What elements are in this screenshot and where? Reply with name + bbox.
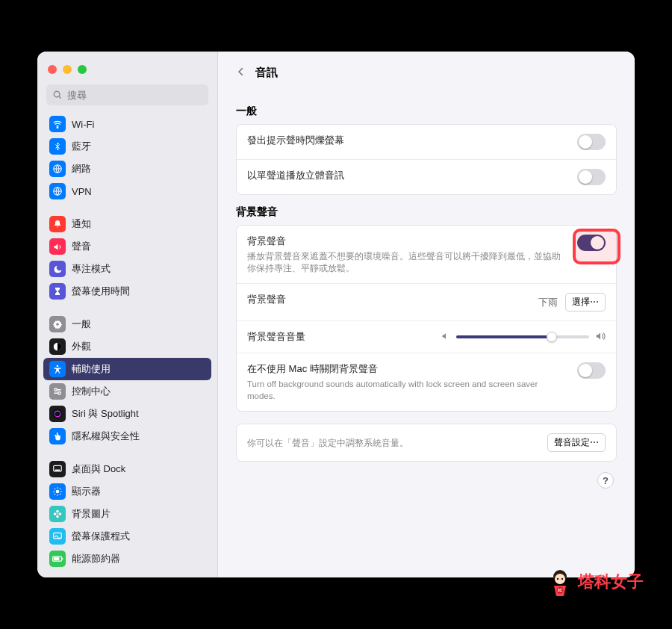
- flash-toggle[interactable]: [577, 134, 606, 150]
- svg-text:3C: 3C: [558, 588, 563, 592]
- sidebar-item-hand[interactable]: 隱私權與安全性: [43, 425, 211, 447]
- contrast-icon: [49, 338, 66, 355]
- gear-icon: [49, 316, 66, 332]
- accessibility-icon: [49, 361, 66, 377]
- sound-settings-button[interactable]: 聲音設定⋯: [547, 433, 606, 452]
- row-bg-lock: 在不使用 Mac 時關閉背景聲音 Turn off background sou…: [237, 353, 616, 411]
- mono-toggle[interactable]: [577, 169, 606, 185]
- sidebar-item-label: 隱私權與安全性: [72, 430, 140, 443]
- volume-low-icon: [441, 332, 450, 342]
- section-bg-title: 背景聲音: [236, 205, 617, 219]
- svg-point-37: [555, 574, 565, 584]
- close-icon[interactable]: [48, 65, 57, 74]
- choose-sound-button[interactable]: 選擇⋯: [565, 293, 606, 312]
- switches-icon: [49, 383, 66, 400]
- bell-icon: [49, 216, 66, 232]
- svg-line-23: [55, 489, 55, 489]
- sidebar-item-bell[interactable]: 通知: [43, 213, 211, 235]
- wifi-icon: [49, 116, 66, 132]
- sidebar-item-accessibility[interactable]: 輔助使用: [43, 358, 211, 380]
- row-mono-audio: 以單聲道播放立體音訊: [237, 159, 616, 194]
- bg-card: 背景聲音 播放背景聲音來遮蓋不想要的環境噪音。這些聲音可以將干擾降到最低，並協助…: [236, 225, 617, 412]
- svg-point-2: [57, 127, 58, 128]
- flower-icon: [49, 506, 66, 522]
- bg-lock-toggle[interactable]: [577, 362, 606, 379]
- row-sub: 播放背景聲音來遮蓋不想要的環境噪音。這些聲音可以將干擾降到最低，並協助你保持專注…: [247, 250, 565, 274]
- sidebar-item-bluetooth[interactable]: 藍牙: [43, 135, 211, 158]
- sidebar-item-flower[interactable]: 背景圖片: [43, 503, 211, 525]
- siri-icon: [49, 406, 66, 422]
- svg-rect-34: [62, 558, 63, 560]
- sidebar-item-label: 能源節約器: [72, 552, 120, 566]
- hourglass-icon: [49, 283, 66, 300]
- sidebar-item-moon[interactable]: 專注模式: [43, 258, 211, 280]
- svg-point-31: [59, 512, 62, 515]
- sidebar-item-gear[interactable]: 一般: [43, 313, 211, 335]
- sidebar-item-label: 藍牙: [72, 140, 91, 153]
- sidebar-item-label: VPN: [72, 186, 92, 197]
- sidebar-item-label: 一般: [72, 317, 91, 331]
- svg-point-13: [52, 409, 62, 418]
- row-bg-select: 背景聲音 下雨 選擇⋯: [237, 283, 616, 320]
- globe-icon: [49, 183, 66, 199]
- window-controls: [37, 59, 217, 84]
- sidebar-item-siri[interactable]: Siri 與 Spotlight: [43, 403, 211, 425]
- general-card: 發出提示聲時閃爍螢幕 以單聲道播放立體音訊: [236, 124, 617, 195]
- sidebar-item-label: Wi-Fi: [72, 119, 94, 130]
- sidebar-item-contrast[interactable]: 外觀: [43, 335, 211, 358]
- sidebar-item-switches[interactable]: 控制中心: [43, 380, 211, 403]
- mascot-icon: 3C: [547, 566, 573, 598]
- footer-hint: 你可以在「聲音」設定中調整系統音量。: [247, 437, 408, 449]
- sidebar-item-dock[interactable]: 桌面與 Dock: [43, 458, 211, 480]
- minimize-icon[interactable]: [63, 65, 72, 74]
- row-label: 背景聲音: [247, 235, 565, 248]
- row-bg-main: 背景聲音 播放背景聲音來遮蓋不想要的環境噪音。這些聲音可以將干擾降到最低，並協助…: [237, 226, 616, 283]
- sidebar: Wi-Fi藍牙網路VPN通知聲音專注模式螢幕使用時間一般外觀輔助使用控制中心Si…: [37, 52, 218, 577]
- sidebar-item-label: 聲音: [72, 240, 91, 253]
- footer-row: 你可以在「聲音」設定中調整系統音量。 聲音設定⋯: [236, 424, 617, 462]
- sun-icon: [49, 483, 66, 500]
- sidebar-item-hourglass[interactable]: 螢幕使用時間: [43, 280, 211, 303]
- svg-rect-35: [53, 557, 59, 560]
- svg-point-11: [58, 392, 61, 395]
- sidebar-item-label: 背景圖片: [72, 507, 111, 521]
- chevron-left-icon: [236, 65, 246, 78]
- sidebar-item-label: 螢幕保護程式: [72, 530, 130, 543]
- sidebar-item-globe[interactable]: VPN: [43, 180, 211, 202]
- main-panel: 音訊 一般 發出提示聲時閃爍螢幕 以單聲道播放立體音訊 背景聲音 背景聲音: [218, 52, 635, 577]
- speaker-icon: [49, 238, 66, 255]
- search-input[interactable]: [67, 90, 202, 101]
- search-field[interactable]: [46, 84, 208, 105]
- sidebar-item-globe[interactable]: 網路: [43, 158, 211, 180]
- row-sub: Turn off background sounds automatically…: [247, 378, 565, 402]
- svg-rect-17: [55, 470, 60, 471]
- section-general-title: 一般: [236, 105, 617, 118]
- globe-icon: [49, 161, 66, 177]
- row-label: 背景聲音: [247, 293, 286, 306]
- sidebar-item-label: 螢幕使用時間: [72, 285, 130, 298]
- row-label: 以單聲道播放立體音訊: [247, 169, 344, 182]
- back-button[interactable]: [236, 65, 246, 81]
- svg-line-24: [60, 494, 60, 495]
- help-button[interactable]: ?: [597, 472, 614, 489]
- svg-point-0: [54, 91, 60, 97]
- bg-sound-value: 下雨: [538, 296, 558, 309]
- sidebar-item-label: 專注模式: [72, 262, 111, 276]
- sidebar-item-screensaver[interactable]: 螢幕保護程式: [43, 525, 211, 548]
- svg-point-27: [56, 512, 59, 515]
- sidebar-item-speaker[interactable]: 聲音: [43, 235, 211, 258]
- svg-point-30: [54, 512, 57, 515]
- zoom-icon[interactable]: [78, 65, 87, 74]
- svg-point-39: [561, 578, 563, 580]
- sidebar-item-wifi[interactable]: Wi-Fi: [43, 113, 211, 135]
- svg-point-9: [55, 388, 57, 391]
- content: 一般 發出提示聲時閃爍螢幕 以單聲道播放立體音訊 背景聲音 背景聲音 播放背景聲…: [218, 90, 635, 506]
- volume-high-icon: [595, 331, 606, 343]
- bg-volume-slider[interactable]: [456, 335, 589, 338]
- svg-line-1: [59, 96, 61, 99]
- bg-sounds-toggle[interactable]: [577, 235, 606, 251]
- row-label: 背景聲音音量: [247, 330, 305, 344]
- battery-icon: [49, 551, 66, 567]
- sidebar-item-sun[interactable]: 顯示器: [43, 480, 211, 503]
- sidebar-item-battery[interactable]: 能源節約器: [43, 548, 211, 570]
